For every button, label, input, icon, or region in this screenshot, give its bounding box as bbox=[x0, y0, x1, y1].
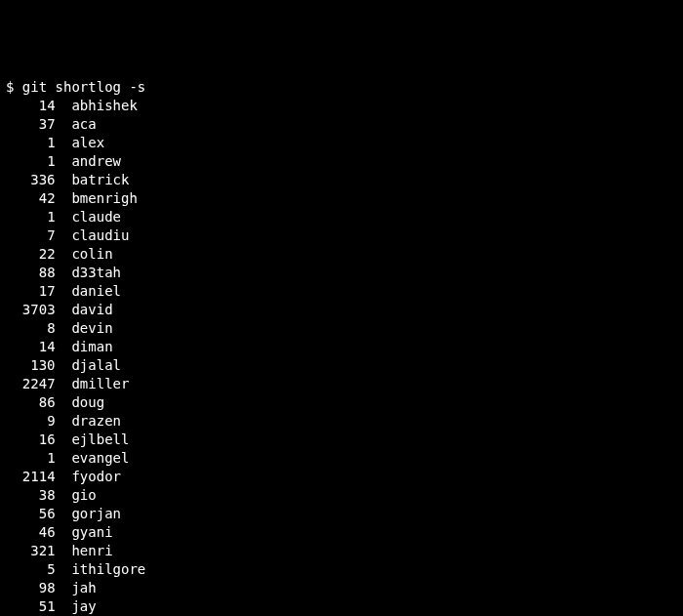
commit-count: 5 bbox=[6, 560, 56, 579]
commit-count: 1 bbox=[6, 134, 56, 152]
author-name: claudiu bbox=[71, 226, 129, 245]
author-name: aca bbox=[71, 115, 96, 134]
commit-count: 14 bbox=[6, 97, 56, 115]
shortlog-row: 1 alex bbox=[6, 134, 677, 152]
commit-count: 38 bbox=[6, 486, 56, 505]
shortlog-row: 9 drazen bbox=[6, 412, 677, 431]
shortlog-row: 16 ejlbell bbox=[6, 431, 677, 449]
shortlog-row: 17 daniel bbox=[6, 282, 677, 301]
commit-count: 3703 bbox=[6, 301, 56, 319]
commit-count: 37 bbox=[6, 115, 56, 134]
shortlog-row: 1 evangel bbox=[6, 449, 677, 468]
shortlog-row: 88 d33tah bbox=[6, 264, 677, 282]
author-name: alex bbox=[71, 134, 104, 152]
author-name: jay bbox=[71, 597, 96, 616]
shortlog-row: 22 colin bbox=[6, 245, 677, 264]
commit-count: 98 bbox=[6, 579, 56, 597]
author-name: andrew bbox=[71, 152, 121, 171]
author-name: djalal bbox=[71, 356, 121, 375]
author-name: gorjan bbox=[71, 505, 121, 523]
author-name: abhishek bbox=[71, 97, 137, 115]
author-name: ejlbell bbox=[71, 431, 129, 449]
commit-count: 336 bbox=[6, 171, 56, 189]
shortlog-row: 336 batrick bbox=[6, 171, 677, 189]
commit-count: 22 bbox=[6, 245, 56, 264]
terminal-output: $ git shortlog -s 14 abhishek37 aca1 ale… bbox=[6, 78, 677, 616]
commit-count: 88 bbox=[6, 264, 56, 282]
author-name: ithilgore bbox=[71, 560, 145, 579]
author-name: doug bbox=[71, 393, 104, 412]
shortlog-row: 98 jah bbox=[6, 579, 677, 597]
shortlog-row: 130 djalal bbox=[6, 356, 677, 375]
commit-count: 51 bbox=[6, 597, 56, 616]
author-name: daniel bbox=[71, 282, 121, 301]
commit-count: 56 bbox=[6, 505, 56, 523]
shortlog-row: 8 devin bbox=[6, 319, 677, 338]
shortlog-row: 51 jay bbox=[6, 597, 677, 616]
author-name: diman bbox=[71, 338, 112, 356]
commit-count: 8 bbox=[6, 319, 56, 338]
author-name: devin bbox=[71, 319, 112, 338]
author-name: gyani bbox=[71, 523, 112, 542]
shortlog-row: 1 claude bbox=[6, 208, 677, 226]
shortlog-row: 14 abhishek bbox=[6, 97, 677, 115]
author-name: bmenrigh bbox=[71, 189, 137, 208]
shortlog-row: 42 bmenrigh bbox=[6, 189, 677, 208]
commit-count: 1 bbox=[6, 449, 56, 468]
commit-count: 2247 bbox=[6, 375, 56, 393]
shortlog-row: 14 diman bbox=[6, 338, 677, 356]
commit-count: 7 bbox=[6, 226, 56, 245]
shortlog-row: 1 andrew bbox=[6, 152, 677, 171]
shortlog-row: 2114 fyodor bbox=[6, 468, 677, 486]
shortlog-row: 3703 david bbox=[6, 301, 677, 319]
commit-count: 321 bbox=[6, 542, 56, 560]
author-name: claude bbox=[71, 208, 121, 226]
shortlog-row: 46 gyani bbox=[6, 523, 677, 542]
author-name: henri bbox=[71, 542, 112, 560]
shortlog-row: 5 ithilgore bbox=[6, 560, 677, 579]
shortlog-entries: 14 abhishek37 aca1 alex1 andrew336 batri… bbox=[6, 97, 677, 616]
shortlog-row: 321 henri bbox=[6, 542, 677, 560]
commit-count: 16 bbox=[6, 431, 56, 449]
shortlog-row: 7 claudiu bbox=[6, 226, 677, 245]
commit-count: 1 bbox=[6, 152, 56, 171]
commit-count: 46 bbox=[6, 523, 56, 542]
author-name: batrick bbox=[71, 171, 129, 189]
shortlog-row: 86 doug bbox=[6, 393, 677, 412]
commit-count: 14 bbox=[6, 338, 56, 356]
commit-count: 2114 bbox=[6, 468, 56, 486]
author-name: david bbox=[71, 301, 112, 319]
author-name: d33tah bbox=[71, 264, 121, 282]
commit-count: 17 bbox=[6, 282, 56, 301]
shortlog-row: 2247 dmiller bbox=[6, 375, 677, 393]
commit-count: 1 bbox=[6, 208, 56, 226]
command-line: $ git shortlog -s bbox=[6, 79, 145, 95]
author-name: colin bbox=[71, 245, 112, 264]
commit-count: 86 bbox=[6, 393, 56, 412]
author-name: dmiller bbox=[71, 375, 129, 393]
shortlog-row: 37 aca bbox=[6, 115, 677, 134]
author-name: jah bbox=[71, 579, 96, 597]
author-name: fyodor bbox=[71, 468, 121, 486]
commit-count: 42 bbox=[6, 189, 56, 208]
author-name: drazen bbox=[71, 412, 121, 431]
shortlog-row: 56 gorjan bbox=[6, 505, 677, 523]
commit-count: 9 bbox=[6, 412, 56, 431]
author-name: gio bbox=[71, 486, 96, 505]
shortlog-row: 38 gio bbox=[6, 486, 677, 505]
commit-count: 130 bbox=[6, 356, 56, 375]
author-name: evangel bbox=[71, 449, 129, 468]
